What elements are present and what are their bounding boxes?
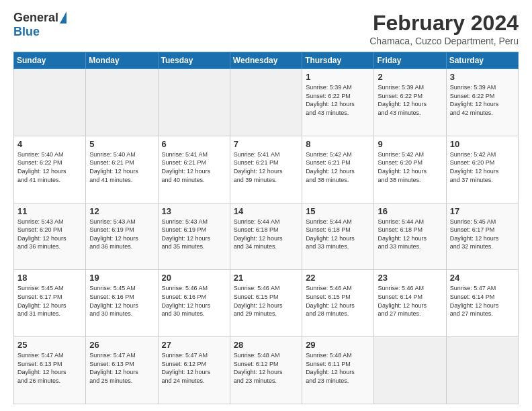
day-number: 9 — [378, 139, 442, 149]
day-number: 4 — [17, 139, 82, 149]
day-info: Sunrise: 5:45 AM Sunset: 6:16 PM Dayligh… — [89, 284, 154, 318]
calendar-cell: 13Sunrise: 5:43 AM Sunset: 6:19 PM Dayli… — [158, 203, 230, 270]
header-day-friday: Friday — [374, 52, 446, 69]
day-info: Sunrise: 5:39 AM Sunset: 6:22 PM Dayligh… — [378, 83, 442, 117]
day-info: Sunrise: 5:44 AM Sunset: 6:18 PM Dayligh… — [234, 218, 298, 251]
day-number: 24 — [450, 273, 515, 283]
header-day-monday: Monday — [86, 52, 158, 69]
calendar-cell: 2Sunrise: 5:39 AM Sunset: 6:22 PM Daylig… — [374, 69, 446, 136]
day-number: 18 — [17, 273, 82, 283]
calendar-body: 1Sunrise: 5:39 AM Sunset: 6:22 PM Daylig… — [14, 69, 519, 404]
calendar-cell: 3Sunrise: 5:39 AM Sunset: 6:22 PM Daylig… — [446, 69, 518, 136]
calendar-cell: 16Sunrise: 5:44 AM Sunset: 6:18 PM Dayli… — [374, 203, 446, 270]
day-number: 15 — [306, 206, 370, 216]
day-info: Sunrise: 5:40 AM Sunset: 6:22 PM Dayligh… — [17, 150, 82, 184]
day-number: 6 — [162, 139, 226, 149]
day-number: 22 — [306, 273, 370, 283]
day-number: 23 — [378, 273, 442, 283]
header-day-wednesday: Wednesday — [230, 52, 302, 69]
day-number: 25 — [17, 340, 82, 350]
calendar-cell: 29Sunrise: 5:48 AM Sunset: 6:11 PM Dayli… — [302, 337, 374, 404]
calendar-cell: 27Sunrise: 5:47 AM Sunset: 6:12 PM Dayli… — [158, 337, 230, 404]
day-info: Sunrise: 5:39 AM Sunset: 6:22 PM Dayligh… — [450, 83, 515, 117]
day-info: Sunrise: 5:45 AM Sunset: 6:17 PM Dayligh… — [450, 218, 515, 251]
calendar-header: SundayMondayTuesdayWednesdayThursdayFrid… — [14, 52, 519, 69]
header-day-sunday: Sunday — [14, 52, 86, 69]
day-number: 20 — [162, 273, 226, 283]
day-number: 26 — [89, 340, 154, 350]
logo-blue-text: Blue — [13, 25, 40, 39]
day-info: Sunrise: 5:42 AM Sunset: 6:20 PM Dayligh… — [450, 150, 515, 184]
calendar-cell — [446, 337, 518, 404]
calendar-cell: 18Sunrise: 5:45 AM Sunset: 6:17 PM Dayli… — [14, 270, 86, 337]
calendar-cell: 5Sunrise: 5:40 AM Sunset: 6:21 PM Daylig… — [86, 136, 158, 203]
calendar-cell — [86, 69, 158, 136]
calendar-week-4: 25Sunrise: 5:47 AM Sunset: 6:13 PM Dayli… — [14, 337, 519, 404]
day-info: Sunrise: 5:43 AM Sunset: 6:19 PM Dayligh… — [89, 218, 154, 251]
calendar-cell: 9Sunrise: 5:42 AM Sunset: 6:20 PM Daylig… — [374, 136, 446, 203]
calendar-cell: 21Sunrise: 5:46 AM Sunset: 6:15 PM Dayli… — [230, 270, 302, 337]
day-info: Sunrise: 5:42 AM Sunset: 6:21 PM Dayligh… — [306, 150, 370, 184]
day-number: 7 — [234, 139, 298, 149]
calendar-cell: 7Sunrise: 5:41 AM Sunset: 6:21 PM Daylig… — [230, 136, 302, 203]
day-info: Sunrise: 5:47 AM Sunset: 6:13 PM Dayligh… — [89, 351, 154, 385]
calendar-week-0: 1Sunrise: 5:39 AM Sunset: 6:22 PM Daylig… — [14, 69, 519, 136]
calendar-cell: 17Sunrise: 5:45 AM Sunset: 6:17 PM Dayli… — [446, 203, 518, 270]
day-number: 29 — [306, 340, 370, 350]
day-number: 19 — [89, 273, 154, 283]
header-day-thursday: Thursday — [302, 52, 374, 69]
calendar-cell: 11Sunrise: 5:43 AM Sunset: 6:20 PM Dayli… — [14, 203, 86, 270]
day-number: 1 — [306, 72, 370, 82]
day-number: 12 — [89, 206, 154, 216]
calendar-week-3: 18Sunrise: 5:45 AM Sunset: 6:17 PM Dayli… — [14, 270, 519, 337]
day-number: 16 — [378, 206, 442, 216]
day-info: Sunrise: 5:43 AM Sunset: 6:20 PM Dayligh… — [17, 218, 82, 251]
day-info: Sunrise: 5:47 AM Sunset: 6:13 PM Dayligh… — [17, 351, 82, 385]
day-info: Sunrise: 5:46 AM Sunset: 6:14 PM Dayligh… — [378, 284, 442, 318]
calendar-cell: 1Sunrise: 5:39 AM Sunset: 6:22 PM Daylig… — [302, 69, 374, 136]
day-info: Sunrise: 5:48 AM Sunset: 6:12 PM Dayligh… — [234, 351, 298, 385]
calendar-cell: 20Sunrise: 5:46 AM Sunset: 6:16 PM Dayli… — [158, 270, 230, 337]
day-info: Sunrise: 5:46 AM Sunset: 6:16 PM Dayligh… — [162, 284, 226, 318]
header-row: SundayMondayTuesdayWednesdayThursdayFrid… — [14, 52, 519, 69]
calendar-cell — [14, 69, 86, 136]
calendar-cell: 4Sunrise: 5:40 AM Sunset: 6:22 PM Daylig… — [14, 136, 86, 203]
calendar-cell: 24Sunrise: 5:47 AM Sunset: 6:14 PM Dayli… — [446, 270, 518, 337]
calendar-week-2: 11Sunrise: 5:43 AM Sunset: 6:20 PM Dayli… — [14, 203, 519, 270]
day-info: Sunrise: 5:45 AM Sunset: 6:17 PM Dayligh… — [17, 284, 82, 318]
calendar-cell: 19Sunrise: 5:45 AM Sunset: 6:16 PM Dayli… — [86, 270, 158, 337]
day-info: Sunrise: 5:41 AM Sunset: 6:21 PM Dayligh… — [162, 150, 226, 184]
calendar-cell — [374, 337, 446, 404]
calendar-cell: 14Sunrise: 5:44 AM Sunset: 6:18 PM Dayli… — [230, 203, 302, 270]
day-info: Sunrise: 5:46 AM Sunset: 6:15 PM Dayligh… — [306, 284, 370, 318]
day-number: 5 — [89, 139, 154, 149]
day-info: Sunrise: 5:44 AM Sunset: 6:18 PM Dayligh… — [306, 218, 370, 251]
calendar-cell: 6Sunrise: 5:41 AM Sunset: 6:21 PM Daylig… — [158, 136, 230, 203]
day-info: Sunrise: 5:40 AM Sunset: 6:21 PM Dayligh… — [89, 150, 154, 184]
calendar-cell: 26Sunrise: 5:47 AM Sunset: 6:13 PM Dayli… — [86, 337, 158, 404]
day-info: Sunrise: 5:42 AM Sunset: 6:20 PM Dayligh… — [378, 150, 442, 184]
logo-general-text: General — [13, 11, 58, 25]
title-area: February 2024 Chamaca, Cuzco Department,… — [369, 11, 519, 46]
day-info: Sunrise: 5:44 AM Sunset: 6:18 PM Dayligh… — [378, 218, 442, 251]
day-number: 17 — [450, 206, 515, 216]
calendar-cell: 8Sunrise: 5:42 AM Sunset: 6:21 PM Daylig… — [302, 136, 374, 203]
calendar-cell: 15Sunrise: 5:44 AM Sunset: 6:18 PM Dayli… — [302, 203, 374, 270]
calendar-cell: 12Sunrise: 5:43 AM Sunset: 6:19 PM Dayli… — [86, 203, 158, 270]
calendar-week-1: 4Sunrise: 5:40 AM Sunset: 6:22 PM Daylig… — [14, 136, 519, 203]
page: General Blue February 2024 Chamaca, Cuzc… — [0, 0, 532, 411]
calendar-cell — [230, 69, 302, 136]
calendar-cell — [158, 69, 230, 136]
day-info: Sunrise: 5:47 AM Sunset: 6:12 PM Dayligh… — [162, 351, 226, 385]
header: General Blue February 2024 Chamaca, Cuzc… — [13, 11, 519, 46]
calendar-table: SundayMondayTuesdayWednesdayThursdayFrid… — [13, 52, 519, 404]
logo: General Blue — [13, 11, 66, 39]
calendar-cell: 10Sunrise: 5:42 AM Sunset: 6:20 PM Dayli… — [446, 136, 518, 203]
day-number: 10 — [450, 139, 515, 149]
calendar-cell: 22Sunrise: 5:46 AM Sunset: 6:15 PM Dayli… — [302, 270, 374, 337]
calendar-cell: 28Sunrise: 5:48 AM Sunset: 6:12 PM Dayli… — [230, 337, 302, 404]
day-info: Sunrise: 5:46 AM Sunset: 6:15 PM Dayligh… — [234, 284, 298, 318]
day-number: 11 — [17, 206, 82, 216]
day-number: 14 — [234, 206, 298, 216]
day-number: 21 — [234, 273, 298, 283]
